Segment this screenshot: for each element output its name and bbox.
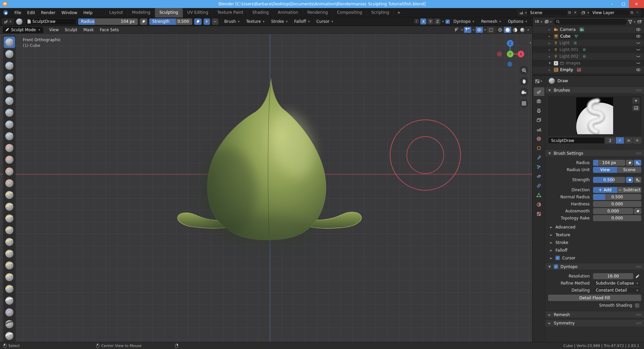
tool-flatten[interactable] (4, 154, 15, 165)
outliner-item-light-002[interactable]: ▸ Light.002 (533, 53, 644, 60)
stroke-panel-header[interactable]: ►Stroke (545, 239, 644, 246)
outliner-item-cube[interactable]: ▸ Cube (533, 33, 644, 40)
fish-body[interactable] (200, 78, 326, 249)
brushes-panel-header[interactable]: ▼Brushes (545, 87, 644, 94)
outliner-search-input[interactable] (553, 19, 627, 25)
gizmo-z-neg-axis[interactable] (507, 62, 513, 67)
radius-pressure-button[interactable] (626, 160, 633, 166)
eye-closed-icon[interactable] (636, 61, 641, 65)
chevron-down-icon[interactable]: ▾ (527, 28, 530, 32)
visibility-toggle[interactable] (636, 48, 641, 52)
properties-tab-output[interactable] (534, 106, 544, 115)
tool-clay-thumb[interactable] (4, 84, 15, 95)
dyntopo-menu[interactable]: Dyntopo▾ (451, 18, 477, 25)
outliner-item-camera[interactable]: ▸ Camera (533, 26, 644, 33)
tool-clay-strips[interactable] (4, 72, 15, 83)
strength-unit-button[interactable] (634, 177, 641, 183)
normal-radius-slider[interactable]: 0.500 (593, 194, 641, 200)
visibility-toggle[interactable] (636, 28, 641, 32)
brush-image-icon[interactable] (632, 105, 640, 111)
direction-subtract-toggle[interactable]: − (212, 18, 218, 25)
panel-drag-handle[interactable] (636, 314, 641, 316)
outliner-item-light[interactable]: ▸ Light (533, 40, 644, 46)
expand-arrow-icon[interactable]: ▸ (549, 28, 552, 31)
autosmooth-field[interactable]: 0.000 (593, 208, 633, 214)
eye-closed-icon[interactable] (636, 48, 641, 52)
eye-icon[interactable] (636, 34, 641, 38)
new-scene-icon[interactable]: ⧉ (567, 10, 572, 15)
panel-drag-handle[interactable] (636, 322, 641, 324)
chevron-down-icon[interactable]: ▾ (461, 28, 464, 32)
menu-texture[interactable]: Texture▾ (244, 18, 268, 25)
properties-tab-constraints[interactable] (534, 181, 544, 190)
properties-tab-object-data[interactable] (534, 191, 544, 199)
direction-subtract-button[interactable]: −Subtract (617, 187, 642, 193)
expand-arrow-icon[interactable]: ▸ (549, 42, 552, 45)
shading-material-button[interactable] (511, 27, 519, 33)
dyntopo-checkbox[interactable]: ✓ (445, 19, 450, 24)
tool-thumb[interactable] (4, 236, 15, 248)
workspace-tab-modeling[interactable]: Modeling (128, 8, 155, 17)
menu-file[interactable]: File (11, 9, 24, 16)
strength-pressure-button[interactable] (194, 18, 202, 25)
tool-inflate[interactable] (4, 107, 15, 118)
topology-rake-field[interactable]: 0.000 (593, 215, 641, 221)
radius-unit-toggle-button[interactable] (634, 160, 641, 166)
tool-nudge[interactable] (4, 260, 15, 271)
eye-closed-icon[interactable] (636, 41, 641, 45)
autosmooth-pressure-button[interactable] (634, 208, 641, 214)
outliner-item-empty[interactable]: ▸ Empty (533, 66, 644, 73)
falloff-panel-header[interactable]: ►Falloff (545, 246, 644, 254)
navigation-gizmo[interactable]: Z Y X (494, 37, 526, 70)
brush-name-field[interactable]: SculptDraw (25, 18, 76, 25)
smooth-shading-checkbox[interactable]: ✓ (635, 303, 639, 308)
menu-window[interactable]: Window (58, 9, 80, 16)
visibility-toggle[interactable] (636, 41, 641, 45)
menu-render[interactable]: Render (38, 9, 58, 16)
radius-unit-view-button[interactable]: View (593, 167, 617, 173)
dyntopo-panel-header[interactable]: ▼ ✓ Dyntopo (545, 263, 644, 270)
properties-tab-physics[interactable] (534, 172, 544, 181)
radius-slider[interactable]: 104 px (593, 160, 625, 166)
editor-type-button[interactable]: ▾ (534, 77, 544, 85)
remove-view-layer-icon[interactable]: ✕ (635, 10, 640, 15)
brush-preview-well[interactable]: ▾ (548, 96, 641, 136)
detail-flood-fill-button[interactable]: Detail Flood Fill (548, 295, 641, 301)
workspace-tab-sculpting[interactable]: Sculpting (155, 8, 183, 17)
workspace-tab-uv-editing[interactable]: UV Editing (183, 8, 213, 17)
tool-blob[interactable] (4, 119, 15, 130)
editor-type-button[interactable]: ▾ (535, 19, 543, 24)
refine-method-dropdown[interactable]: Subdivide Collapse▾ (593, 280, 641, 286)
eyedropper-icon[interactable] (634, 273, 641, 279)
new-view-layer-icon[interactable]: ⧉ (629, 10, 635, 15)
menu-view[interactable]: View (47, 27, 61, 33)
active-brush-icon[interactable] (16, 18, 23, 25)
menu-cursor[interactable]: Cursor▾ (314, 18, 336, 25)
visibility-toggle[interactable] (636, 68, 641, 72)
pan-hand-icon[interactable] (520, 77, 528, 86)
unlink-scene-icon[interactable]: ✕ (572, 10, 578, 15)
brush-users-button[interactable]: 2 (605, 137, 615, 144)
selectability-icon[interactable] (452, 27, 460, 33)
duplicate-brush-button[interactable]: ⧉ (625, 137, 633, 144)
properties-tab-texture[interactable] (534, 209, 544, 218)
menu-sculpt[interactable]: Sculpt (62, 27, 80, 33)
cursor-checkbox[interactable]: ✓ (555, 256, 560, 260)
brush-name-field[interactable]: SculptDraw (548, 137, 604, 144)
display-mode-button[interactable]: ▾ (544, 19, 552, 24)
scene-name[interactable]: Scene (527, 10, 567, 16)
tool-mask[interactable] (4, 318, 15, 330)
chevron-down-icon[interactable]: ▾ (441, 20, 444, 23)
options-menu[interactable]: Options▾ (505, 18, 530, 25)
tool-crease[interactable] (4, 131, 15, 142)
tool-clay[interactable] (4, 60, 15, 71)
panel-drag-handle[interactable] (636, 266, 641, 268)
expand-arrow-icon[interactable]: ▸ (549, 48, 552, 51)
tool-simplify[interactable] (4, 295, 15, 306)
mirror-y-button[interactable]: Y (427, 18, 433, 24)
texture-panel-header[interactable]: ►Texture (545, 231, 644, 239)
direction-add-toggle[interactable]: + (204, 18, 210, 25)
hardness-field[interactable]: 0.000 (593, 201, 641, 207)
viewport-3d[interactable]: Front Orthographic (1) Cube ‹ (0, 34, 532, 342)
tool-smooth[interactable] (4, 142, 15, 154)
